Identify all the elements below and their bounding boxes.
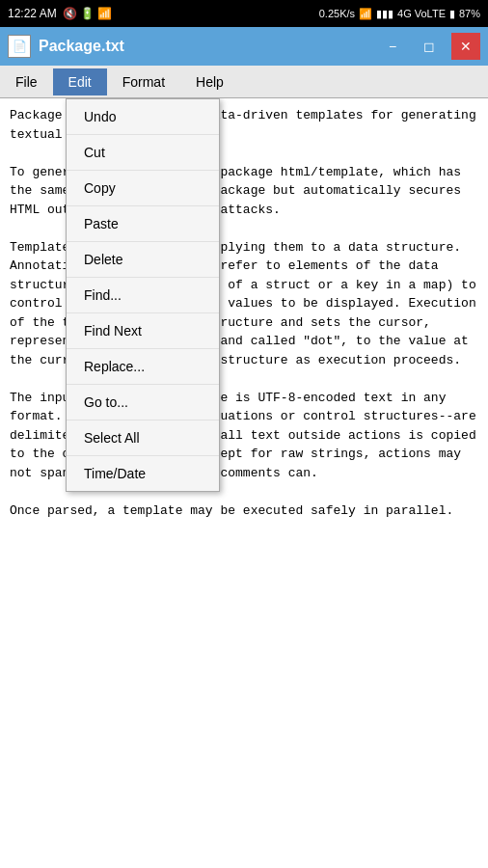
menu-item-delete[interactable]: Delete <box>67 242 219 278</box>
menu-item-cut[interactable]: Cut <box>67 135 219 171</box>
edit-dropdown: Undo Cut Copy Paste Delete Find... Find … <box>66 98 220 492</box>
minimize-button[interactable]: − <box>378 33 407 60</box>
menu-item-time-date[interactable]: Time/Date <box>67 456 219 491</box>
menu-format[interactable]: Format <box>107 68 180 95</box>
status-right: 0.25K/s 📶 ▮▮▮ 4G VoLTE ▮ 87% <box>319 8 480 20</box>
time: 12:22 AM <box>8 7 57 20</box>
menu-item-copy[interactable]: Copy <box>67 171 219 206</box>
speed: 0.25K/s <box>319 8 355 19</box>
menu-item-paste[interactable]: Paste <box>67 206 219 242</box>
status-bar: 12:22 AM 🔇 🔋 📶 0.25K/s 📶 ▮▮▮ 4G VoLTE ▮ … <box>0 0 488 27</box>
menu-edit[interactable]: Edit <box>53 68 107 95</box>
status-icons: 🔇 🔋 📶 <box>63 7 113 20</box>
menu-item-undo[interactable]: Undo <box>67 99 219 135</box>
close-button[interactable]: ✕ <box>451 33 480 60</box>
network-type: 4G VoLTE <box>397 8 446 19</box>
menu-item-find[interactable]: Find... <box>67 278 219 313</box>
battery-percent: 87% <box>459 8 480 19</box>
app-icon: 📄 <box>8 35 31 58</box>
menu-item-replace[interactable]: Replace... <box>67 349 219 385</box>
window-title: Package.txt <box>39 38 370 55</box>
restore-button[interactable]: ◻ <box>415 33 444 60</box>
status-left: 12:22 AM 🔇 🔋 📶 <box>8 7 112 20</box>
menu-help[interactable]: Help <box>180 68 239 95</box>
wifi-icon: 📶 <box>359 8 372 20</box>
content-area: Package template provides data-driven te… <box>0 98 488 868</box>
title-bar: 📄 Package.txt − ◻ ✕ <box>0 27 488 66</box>
menu-file[interactable]: File <box>0 68 53 95</box>
menu-item-goto[interactable]: Go to... <box>67 385 219 420</box>
menu-bar: File Edit Format Help <box>0 66 488 98</box>
menu-item-select-all[interactable]: Select All <box>67 420 219 456</box>
app-window: 📄 Package.txt − ◻ ✕ File Edit Format Hel… <box>0 27 488 868</box>
menu-item-find-next[interactable]: Find Next <box>67 313 219 349</box>
battery-icon: ▮ <box>449 8 455 20</box>
signal-icon: ▮▮▮ <box>376 8 393 20</box>
